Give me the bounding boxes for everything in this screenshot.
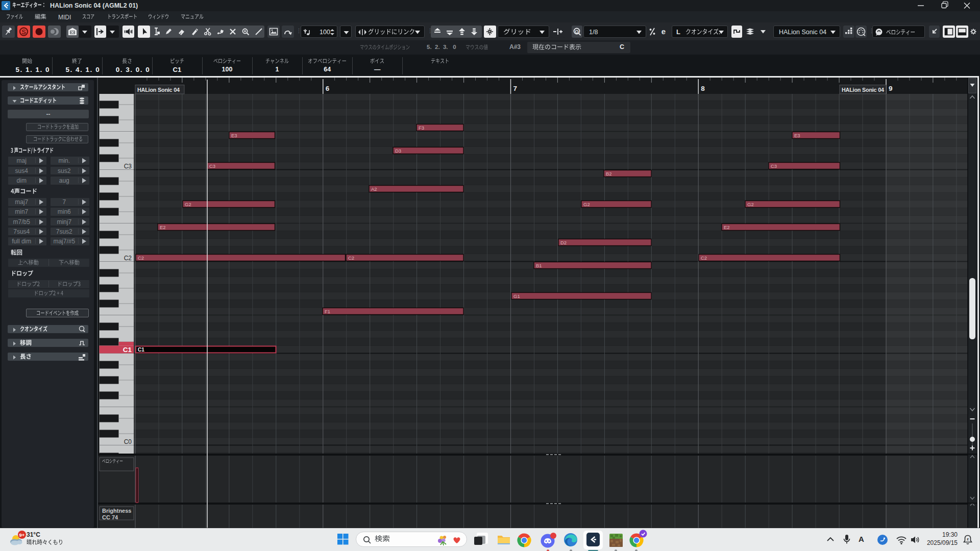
svg-text:Brightness: Brightness <box>102 508 131 514</box>
svg-text:e: e <box>662 27 666 36</box>
svg-text:9+: 9+ <box>19 532 25 538</box>
svg-text:HALion Sonic 04: HALion Sonic 04 <box>137 87 180 93</box>
svg-text:Q: Q <box>575 29 578 34</box>
svg-text:C2: C2 <box>348 255 354 261</box>
svg-text:B2: B2 <box>606 171 612 177</box>
svg-text:F1: F1 <box>325 309 330 314</box>
svg-text:C3: C3 <box>209 163 215 169</box>
svg-text:C1: C1 <box>123 346 132 354</box>
svg-text:6: 6 <box>326 85 330 92</box>
svg-text:7: 7 <box>513 85 518 92</box>
svg-text:G2: G2 <box>583 202 590 207</box>
svg-text:S: S <box>21 28 26 36</box>
svg-text:z: z <box>967 537 969 541</box>
svg-text:C3: C3 <box>124 163 132 170</box>
svg-text:C2: C2 <box>701 255 707 261</box>
svg-text:A2: A2 <box>371 186 377 192</box>
svg-text:E3: E3 <box>794 133 800 138</box>
svg-text:C2: C2 <box>138 255 144 261</box>
svg-text:E3: E3 <box>231 133 237 138</box>
svg-text:E2: E2 <box>724 224 730 230</box>
svg-text:C2: C2 <box>124 255 132 262</box>
svg-text:C3: C3 <box>771 163 777 169</box>
svg-text:C0: C0 <box>124 438 132 445</box>
svg-text:9: 9 <box>889 85 893 92</box>
svg-text:B1: B1 <box>536 263 542 268</box>
svg-text:HALion Sonic 04: HALion Sonic 04 <box>842 87 884 93</box>
svg-text:CC 74: CC 74 <box>102 514 118 520</box>
svg-text:E2: E2 <box>160 224 166 230</box>
svg-text:D2: D2 <box>560 240 567 245</box>
svg-text:G2: G2 <box>747 202 754 207</box>
svg-text:G1: G1 <box>513 293 520 299</box>
svg-text:G2: G2 <box>185 202 191 207</box>
svg-text:C1: C1 <box>138 347 144 353</box>
svg-text:8: 8 <box>701 85 705 92</box>
svg-text:D3: D3 <box>395 148 401 154</box>
svg-text:F3: F3 <box>419 125 424 131</box>
